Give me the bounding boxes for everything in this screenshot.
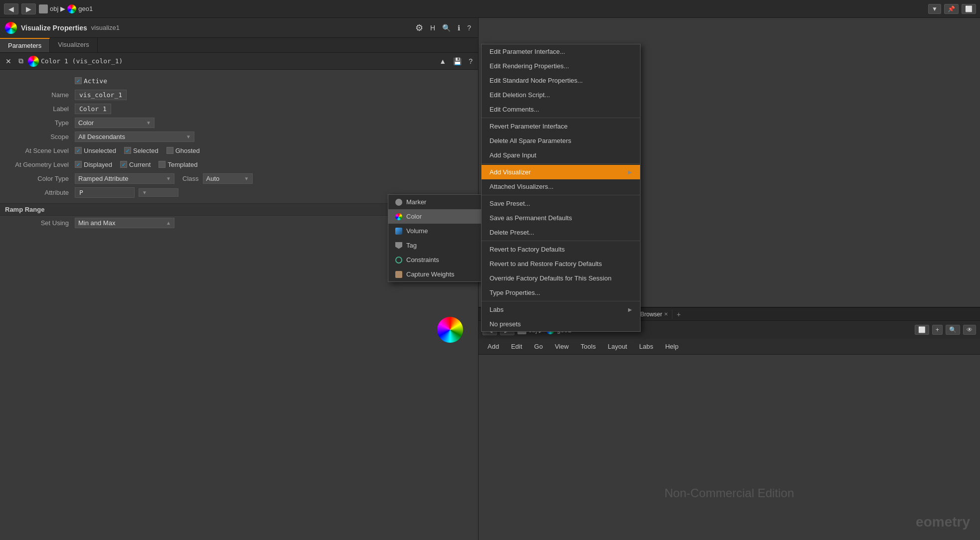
forward-button[interactable]: ▶ [21,3,36,14]
ctx-add-visualizer[interactable]: Add Visualizer ▶ [482,165,640,179]
tab-parameters[interactable]: Parameters [0,38,50,52]
copy-params-button[interactable]: ⧉ [16,56,26,66]
context-menu[interactable]: Edit Parameter Interface... Edit Renderi… [481,44,641,332]
scene-ghosted-cb[interactable] [166,147,173,154]
ctx-attached-vis-label: Attached Visualizers... [490,183,553,190]
constraints-icon [395,257,402,264]
label-value[interactable]: Color 1 [75,104,111,114]
panel-header: Visualize Properties visualize1 ⚙ H 🔍 ℹ … [0,18,478,38]
class-select-value: Auto [206,175,220,182]
ctx-labs[interactable]: Labs ▶ [482,302,640,317]
ctx-save-preset[interactable]: Save Preset... [482,196,640,211]
ctx-save-permanent-defaults[interactable]: Save as Permanent Defaults [482,211,640,225]
info-button[interactable]: ℹ [456,23,462,33]
ctx-revert-factory[interactable]: Revert to Factory Defaults [482,242,640,257]
ctx-edit-standard-node[interactable]: Edit Standard Node Properties... [482,73,640,88]
color-type-arrow: ▼ [166,176,171,181]
scope-select[interactable]: All Descendants ▼ [75,132,194,142]
ctx-override-factory[interactable]: Override Factory Defaults for This Sessi… [482,271,640,285]
ctx-edit-comments-label: Edit Comments... [490,106,539,113]
sub-menu-capture-label: Capture Weights [406,270,455,278]
menu-layout[interactable]: Layout [603,341,632,352]
bottom-tab-asset-close[interactable]: ✕ [664,311,668,317]
type-select[interactable]: Color ▼ [75,118,155,128]
tab-visualizers[interactable]: Visualizers [50,38,98,52]
ctx-type-properties[interactable]: Type Properties... [482,285,640,300]
ctx-separator-3 [482,195,640,195]
active-checkbox[interactable] [75,77,82,84]
add-tab-button[interactable]: + [673,309,683,319]
color-preview-small [28,56,39,67]
type-row: Type Color ▼ [0,116,478,130]
set-using-select[interactable]: Min and Max ▲ [75,218,174,228]
menu-edit[interactable]: Edit [506,341,527,352]
ctx-revert-restore-factory[interactable]: Revert to and Restore Factory Defaults [482,257,640,271]
ctx-override-factory-label: Override Factory Defaults for This Sessi… [490,274,612,282]
expand-button[interactable]: ⬜ [962,4,976,14]
sub-menu-volume-label: Volume [406,227,428,235]
name-value[interactable]: vis_color_1 [75,90,127,100]
ctx-save-preset-label: Save Preset... [490,200,530,207]
params-save-button[interactable]: 💾 [451,56,464,66]
breadcrumb-geo1[interactable]: geo1 [78,5,93,12]
menu-add[interactable]: Add [483,341,504,352]
back-button[interactable]: ◀ [4,3,18,14]
geo-templated-cb[interactable] [159,161,165,168]
attribute-select[interactable]: ▼ [139,188,178,197]
ctx-separator-5 [482,301,640,301]
ctx-revert-restore-label: Revert to and Restore Factory Defaults [490,260,602,268]
menu-go[interactable]: Go [529,341,548,352]
ctx-add-spare-label: Add Spare Input [490,151,536,159]
ctx-delete-preset-label: Delete Preset... [490,229,534,236]
scene-unselected-cb[interactable] [75,147,82,154]
scene-selected-cb[interactable] [124,147,131,154]
ctx-revert-param-interface[interactable]: Revert Parameter Interface [482,119,640,134]
bottom-search-button[interactable]: 🔍 [946,325,960,335]
close-params-button[interactable]: ✕ [3,56,14,66]
menu-help[interactable]: Help [660,341,683,352]
ctx-edit-rendering-props[interactable]: Edit Rendering Properties... [482,59,640,73]
search-button[interactable]: 🔍 [440,23,453,33]
dropdown-arrow-btn[interactable]: ▼ [928,4,941,14]
breadcrumb-obj[interactable]: obj [50,5,58,12]
ctx-edit-param-interface[interactable]: Edit Parameter Interface... [482,44,640,59]
gear-button[interactable]: ⚙ [413,21,425,34]
ctx-add-spare-input[interactable]: Add Spare Input [482,148,640,162]
sub-menu-color-label: Color [406,213,422,220]
params-help-button[interactable]: ? [466,56,475,66]
bottom-toolbar-icons[interactable]: ⬜ [915,325,929,335]
ctx-edit-deletion-label: Edit Deletion Script... [490,91,550,99]
class-select[interactable]: Auto ▼ [203,173,253,184]
geo-current-label: Current [129,161,151,168]
type-label: Type [5,119,75,127]
ctx-delete-spare-label: Delete All Spare Parameters [490,137,571,144]
ctx-type-props-label: Type Properties... [490,289,540,296]
menu-view[interactable]: View [550,341,574,352]
pin-button[interactable]: 📌 [944,4,959,14]
geo-current-cb[interactable] [120,161,127,168]
active-row: Active [0,74,478,88]
color-type-select[interactable]: Ramped Attribute ▼ [75,173,174,184]
attribute-value[interactable]: P [75,187,135,198]
ctx-attached-visualizers[interactable]: Attached Visualizers... [482,179,640,194]
menu-labs[interactable]: Labs [634,341,658,352]
menu-tools[interactable]: Tools [576,341,601,352]
params-up-button[interactable]: ▲ [437,56,449,66]
breadcrumb-separator: ▶ [60,5,65,12]
ctx-revert-param-label: Revert Parameter Interface [490,123,568,130]
geo-displayed-cb[interactable] [75,161,82,168]
ctx-separator-2 [482,163,640,164]
ctx-delete-spare-params[interactable]: Delete All Spare Parameters [482,134,640,148]
ctx-edit-deletion-script[interactable]: Edit Deletion Script... [482,88,640,102]
h-button[interactable]: H [428,23,437,33]
capture-icon [395,271,402,278]
bottom-toolbar-plus[interactable]: + [932,325,943,335]
scene-selected-label: Selected [133,147,159,154]
marker-icon [395,199,402,206]
ctx-delete-preset[interactable]: Delete Preset... [482,225,640,240]
ctx-edit-comments[interactable]: Edit Comments... [482,102,640,117]
help-button[interactable]: ? [465,23,473,33]
breadcrumb: obj ▶ geo1 [39,4,93,13]
bottom-eye-button[interactable]: 👁 [963,325,976,335]
name-label: Name [5,91,75,99]
